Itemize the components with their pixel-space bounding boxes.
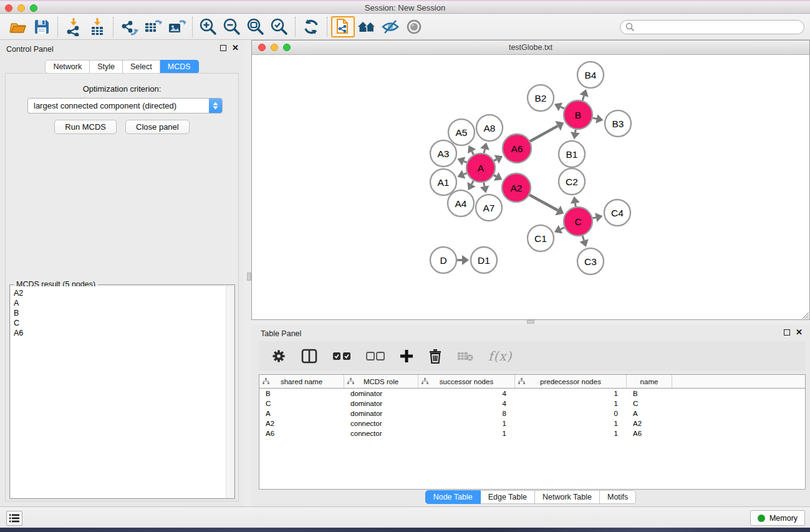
cell-shared-name[interactable]: A2 — [259, 420, 344, 427]
edge-A-A7[interactable] — [484, 183, 485, 186]
zoom-fit-icon[interactable] — [244, 16, 268, 37]
node-A2-mcds[interactable]: A2 — [502, 173, 531, 202]
edge-A-A2[interactable] — [494, 175, 496, 177]
node-B4[interactable]: B4 — [577, 62, 604, 88]
table-row[interactable]: Adominator80A — [259, 409, 805, 418]
cell-MCDS-role[interactable]: dominator — [344, 390, 418, 397]
home-icon[interactable] — [355, 16, 378, 37]
edge-A-A4[interactable] — [471, 181, 473, 185]
result-item-b[interactable]: B — [11, 308, 234, 318]
edge-A-A6[interactable] — [494, 159, 496, 160]
zoom-selected-icon[interactable] — [268, 16, 291, 37]
edge-B-B2[interactable] — [561, 107, 564, 109]
result-item-a6[interactable]: A6 — [11, 328, 234, 338]
run-mcds-button[interactable]: Run MCDS — [54, 120, 117, 134]
edge-A-A1[interactable] — [464, 173, 467, 175]
node-B2[interactable]: B2 — [528, 85, 554, 111]
show-graphics-details-icon[interactable] — [402, 16, 426, 37]
result-scrollbar[interactable] — [226, 286, 234, 498]
criterion-dropdown[interactable]: largest connected component (directed) — [27, 98, 223, 114]
node-C1[interactable]: C1 — [528, 225, 554, 251]
cell-MCDS-role[interactable]: connector — [344, 430, 418, 437]
cell-predecessor-nodes[interactable]: 0 — [515, 410, 627, 417]
edge-C-C1[interactable] — [561, 228, 564, 230]
table-row[interactable]: A6connector11A6 — [259, 428, 805, 438]
table-row[interactable]: Bdominator41B — [259, 389, 805, 399]
node-C2[interactable]: C2 — [559, 168, 585, 195]
cell-shared-name[interactable]: B — [259, 390, 344, 397]
edge-B-B1[interactable] — [575, 130, 576, 133]
cell-successor-nodes[interactable]: 1 — [418, 430, 515, 437]
cell-name[interactable]: A2 — [627, 420, 672, 427]
node-A4[interactable]: A4 — [448, 190, 474, 216]
cell-MCDS-role[interactable]: dominator — [344, 410, 418, 417]
delete-columns-icon[interactable] — [428, 349, 442, 364]
search-input[interactable] — [635, 23, 804, 32]
tab-mcds[interactable]: MCDS — [160, 60, 199, 74]
node-B1[interactable]: B1 — [559, 141, 585, 167]
result-item-c[interactable]: C — [11, 318, 234, 328]
table-row[interactable]: A2connector11A2 — [259, 418, 805, 428]
edge-A2-C[interactable] — [529, 195, 557, 210]
edge-B-B3[interactable] — [592, 118, 596, 118]
cell-MCDS-role[interactable]: dominator — [344, 400, 418, 407]
zoom-in-icon[interactable] — [196, 16, 220, 37]
edge-C-C3[interactable] — [582, 236, 584, 241]
cell-name[interactable]: B — [627, 390, 672, 397]
edge-B-B4[interactable] — [582, 95, 584, 100]
cell-successor-nodes[interactable]: 4 — [418, 390, 515, 397]
tab-style[interactable]: Style — [90, 60, 123, 74]
node-C3[interactable]: C3 — [577, 248, 604, 274]
add-column-icon[interactable] — [400, 349, 413, 363]
tab-network[interactable]: Network — [45, 60, 90, 74]
cell-name[interactable]: A6 — [627, 430, 672, 437]
cell-successor-nodes[interactable]: 4 — [418, 400, 515, 407]
node-D1[interactable]: D1 — [471, 247, 497, 273]
column-header-predecessor-nodes[interactable]: predecessor nodes — [515, 375, 627, 388]
network-overview-icon[interactable] — [331, 16, 355, 37]
edge-A-A5[interactable] — [472, 152, 474, 155]
import-network-icon[interactable] — [62, 16, 85, 37]
refresh-icon[interactable] — [299, 16, 323, 37]
node-A1[interactable]: A1 — [430, 169, 456, 195]
result-item-a[interactable]: A — [11, 298, 234, 308]
table-float-panel-icon[interactable] — [784, 329, 790, 336]
cell-predecessor-nodes[interactable]: 1 — [515, 400, 627, 407]
table-tab-node-table[interactable]: Node Table — [425, 490, 481, 504]
float-panel-icon[interactable] — [220, 45, 226, 51]
edge-A-A8[interactable] — [484, 149, 485, 153]
cell-successor-nodes[interactable]: 8 — [418, 410, 515, 417]
cell-shared-name[interactable]: A6 — [259, 430, 344, 437]
edge-C-C2[interactable] — [575, 203, 576, 207]
deselect-all-rows-icon[interactable] — [366, 352, 385, 360]
cell-predecessor-nodes[interactable]: 1 — [515, 390, 627, 397]
hide-graphics-details-icon[interactable] — [378, 16, 402, 37]
close-panel-icon[interactable]: ✕ — [232, 45, 239, 51]
export-network-icon[interactable] — [117, 16, 141, 37]
column-header-name[interactable]: name — [627, 375, 672, 388]
result-item-a2[interactable]: A2 — [11, 288, 234, 298]
close-panel-button[interactable]: Close panel — [125, 120, 190, 134]
cell-name[interactable]: A — [627, 410, 672, 417]
search-field[interactable] — [620, 20, 804, 34]
resize-grip-icon[interactable] — [801, 311, 809, 319]
node-B3[interactable]: B3 — [605, 110, 631, 137]
cell-shared-name[interactable]: C — [259, 400, 344, 407]
column-header-shared-name[interactable]: shared name — [259, 375, 344, 388]
node-A3[interactable]: A3 — [430, 140, 456, 167]
save-session-icon[interactable] — [30, 16, 54, 37]
node-C-mcds[interactable]: C — [564, 207, 592, 236]
edge-A-A3[interactable] — [464, 162, 467, 163]
node-A8[interactable]: A8 — [476, 115, 503, 141]
node-A6-mcds[interactable]: A6 — [503, 134, 531, 163]
table-settings-icon[interactable] — [271, 349, 286, 364]
table-tab-motifs[interactable]: Motifs — [600, 490, 636, 504]
cell-MCDS-role[interactable]: connector — [344, 420, 418, 427]
horizontal-splitter-handle[interactable] — [527, 320, 534, 324]
import-table-icon[interactable] — [85, 16, 109, 37]
cell-successor-nodes[interactable]: 1 — [418, 420, 515, 427]
cell-predecessor-nodes[interactable]: 1 — [515, 420, 627, 427]
node-C4[interactable]: C4 — [604, 200, 630, 226]
table-row[interactable]: Cdominator41C — [259, 399, 805, 409]
mcds-result-list[interactable]: A2ABCA6 — [11, 286, 234, 498]
